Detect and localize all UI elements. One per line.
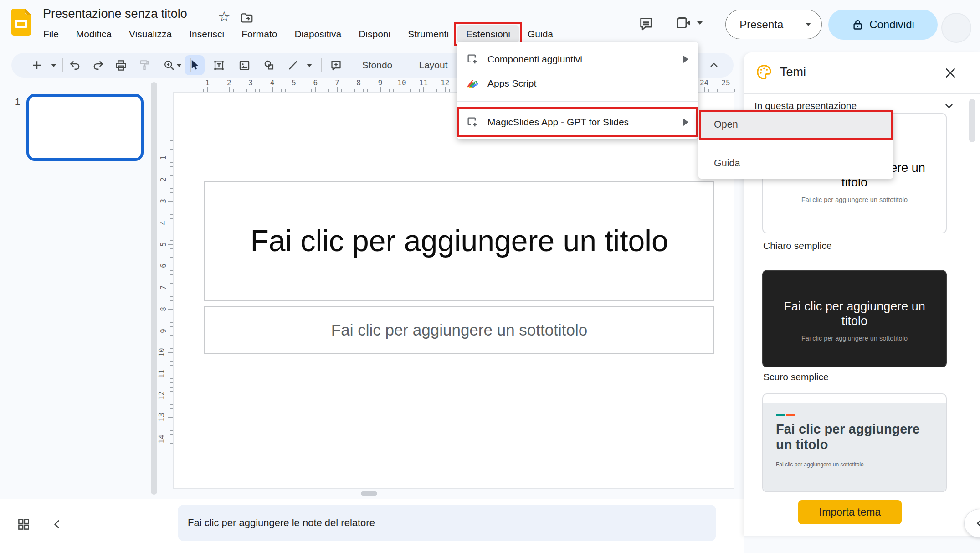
submenu-item-guida[interactable]: Guida [698, 150, 893, 177]
ruler-tick [203, 89, 204, 92]
import-theme-button[interactable]: Importa tema [798, 500, 902, 524]
ruler-tick [170, 426, 173, 426]
chevron-down-icon [176, 64, 182, 67]
print-button[interactable] [111, 53, 131, 78]
video-call-control[interactable] [675, 15, 703, 31]
ruler-tick [170, 370, 173, 370]
ruler-number: 10 [397, 78, 406, 87]
document-title[interactable]: Presentazione senza titolo [43, 7, 187, 21]
ruler-tick [350, 89, 350, 92]
speaker-notes-placeholder: Fai clic per aggiungere le note del rela… [188, 517, 375, 529]
comment-icon[interactable] [636, 14, 656, 34]
ruler-tick [700, 89, 700, 92]
ruler-tick [170, 214, 173, 215]
menu-disponi[interactable]: Disponi [350, 25, 399, 43]
insert-line-button[interactable] [284, 53, 302, 78]
slide-title-placeholder[interactable]: Fai clic per aggiungere un titolo [204, 181, 714, 301]
ruler-tick [168, 244, 173, 245]
menu-strumenti[interactable]: Strumenti [399, 25, 457, 43]
panel-divider [744, 93, 980, 94]
select-cursor-button[interactable] [185, 53, 204, 78]
slide-subtitle-text: Fai clic per aggiungere un sottotitolo [331, 321, 587, 339]
share-button[interactable]: Condividi [828, 10, 938, 40]
move-to-folder-icon[interactable] [240, 11, 254, 25]
theme-card-third[interactable]: Fai clic per aggiungere un titolo Fai cl… [762, 393, 947, 492]
ruler-tick [341, 89, 342, 92]
toolbar-collapse-button[interactable] [704, 53, 724, 78]
ruler-tick [432, 89, 432, 92]
ruler-tick [238, 89, 238, 92]
paint-format-button[interactable] [134, 53, 154, 78]
speaker-notes-input[interactable]: Fai clic per aggiungere le note del rela… [178, 505, 716, 541]
ruler-number: 2 [227, 78, 231, 87]
menu-diapositiva[interactable]: Diapositiva [286, 25, 350, 43]
grid-view-icon[interactable] [14, 514, 34, 534]
slide-thumbnail[interactable] [26, 94, 144, 161]
present-options-button[interactable] [795, 23, 821, 26]
submenu-item-open[interactable]: Open [698, 110, 893, 139]
ruler-tick [264, 89, 264, 92]
redo-button[interactable] [88, 53, 108, 78]
menu-modifica[interactable]: Modifica [67, 25, 120, 43]
ruler-tick [170, 240, 173, 241]
ruler-tick [170, 430, 173, 431]
ruler-tick [346, 89, 346, 92]
menu-item-magicslides[interactable]: MagicSlides App - GPT for Slides [457, 108, 698, 136]
ruler-tick [170, 404, 173, 405]
ruler-tick [354, 89, 355, 92]
zoom-caret[interactable] [174, 53, 185, 78]
ruler-tick [170, 149, 173, 150]
theme-preview-subtitle: Fai clic per aggiungere un sottotitolo [801, 335, 908, 342]
text-box-button[interactable] [209, 53, 229, 78]
collapse-filmstrip-icon[interactable] [47, 514, 67, 534]
ruler-tick [315, 87, 316, 92]
insert-comment-button[interactable] [326, 53, 346, 78]
menu-inserisci[interactable]: Inserisci [180, 25, 233, 43]
layout-button[interactable]: Layout [410, 53, 457, 78]
ruler-tick [170, 387, 173, 388]
menu-guida[interactable]: Guida [519, 25, 562, 43]
new-slide-caret[interactable] [48, 53, 60, 78]
insert-image-button[interactable] [234, 53, 254, 78]
notes-resize-handle[interactable] [361, 491, 377, 496]
close-icon[interactable] [944, 66, 957, 80]
ruler-tick [337, 87, 338, 92]
ruler-tick [170, 296, 173, 297]
theme-card-dark[interactable]: Fai clic per aggiungere un titolo Fai cl… [762, 270, 947, 367]
ruler-number: 3 [159, 199, 168, 203]
undo-button[interactable] [65, 53, 85, 78]
ruler-tick [170, 270, 173, 271]
background-button[interactable]: Sfondo [352, 53, 402, 78]
ruler-tick [307, 89, 307, 92]
new-slide-button[interactable] [28, 53, 46, 78]
menu-formato[interactable]: Formato [233, 25, 286, 43]
ruler-tick [168, 374, 173, 374]
ruler-tick [359, 87, 359, 92]
ruler-tick [272, 87, 273, 92]
menu-item-apps-script[interactable]: Apps Script [457, 72, 698, 95]
panel-scrollbar[interactable] [969, 99, 975, 142]
ruler-tick [415, 89, 415, 92]
star-icon[interactable]: ☆ [218, 8, 231, 25]
ruler-tick [372, 89, 372, 92]
avatar[interactable] [941, 13, 971, 43]
ruler-tick [380, 87, 381, 92]
ruler-tick [285, 89, 286, 92]
menu-item-componenti-aggiuntivi[interactable]: Componenti aggiuntivi [457, 49, 698, 70]
theme-preview-subtitle: Fai clic per aggiungere un sottotitolo [801, 196, 908, 203]
ruler-tick [168, 331, 173, 331]
insert-shape-button[interactable] [259, 53, 279, 78]
menu-file[interactable]: File [35, 25, 67, 43]
slide-subtitle-placeholder[interactable]: Fai clic per aggiungere un sottotitolo [204, 306, 714, 354]
video-call-caret-icon[interactable] [697, 21, 703, 25]
ruler-number: 14 [157, 434, 166, 443]
menu-visualizza[interactable]: Visualizza [120, 25, 180, 43]
google-slides-logo[interactable] [11, 9, 31, 36]
ruler-tick [170, 283, 173, 284]
filmstrip-scrollbar[interactable] [151, 82, 157, 495]
ruler-tick [221, 89, 221, 92]
ruler-tick [298, 89, 298, 92]
menu-estensioni[interactable]: Estensioni [457, 25, 519, 43]
present-button[interactable]: Presenta [726, 18, 795, 31]
insert-line-caret[interactable] [304, 53, 315, 78]
